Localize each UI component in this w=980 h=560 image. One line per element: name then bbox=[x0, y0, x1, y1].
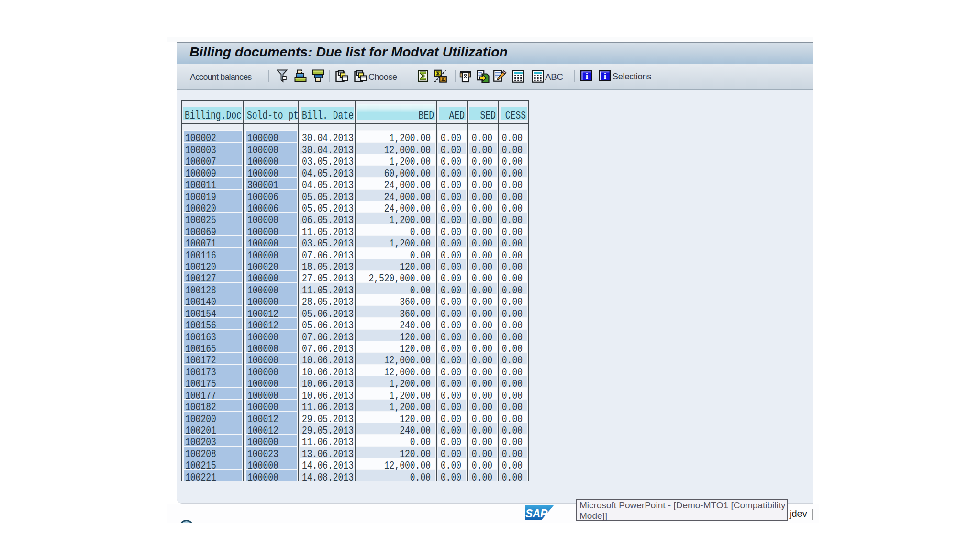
svg-text:i: i bbox=[586, 71, 588, 81]
svg-text:i: i bbox=[604, 71, 606, 81]
svg-text:SAP: SAP bbox=[525, 507, 548, 520]
